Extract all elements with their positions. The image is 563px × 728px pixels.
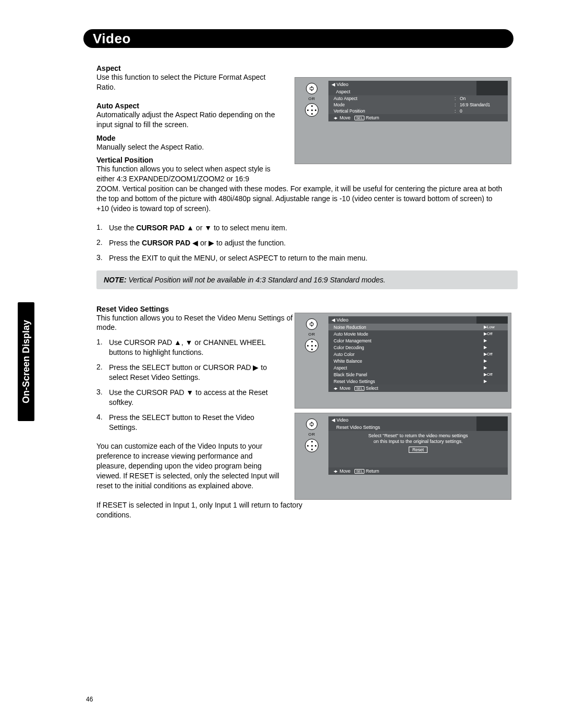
osd-subtitle: Aspect [328, 88, 508, 95]
osd-menu-item: Aspect▶ [328, 364, 508, 371]
channel-wheel-icon [306, 83, 317, 94]
osd-figure-video-menu: OR ◀ Video Noise Reduction▶LowAuto Movie… [295, 313, 511, 409]
or-label: OR [309, 332, 315, 337]
osd-footer: ◂▸ Move SEL Return [328, 114, 508, 121]
reset-step-3: 3. Use the CURSOR PAD ▼ to access at the… [96, 388, 282, 408]
osd-title: ◀ Video [328, 316, 508, 324]
svg-rect-1 [310, 323, 313, 325]
osd-panel: ◀ Video Noise Reduction▶LowAuto Movie Mo… [328, 316, 508, 392]
osd-menu-item: Reset Video Settings▶ [328, 378, 508, 385]
svg-rect-0 [310, 88, 313, 90]
reset-step-2: 2. Press the SELECT button or CURSOR PAD… [96, 363, 282, 382]
step-3: 3. Press the EXIT to quit the MENU, or s… [96, 253, 503, 263]
text-vpos-1: This function allows you to select when … [96, 164, 282, 184]
osd-reset-button: Reset [409, 447, 427, 453]
osd-figure-aspect: OR ◀ Video Aspect Auto Aspect:On Mode:16… [295, 77, 511, 164]
arrow-right-icon: ▶ [484, 359, 487, 363]
text-vpos-2: ZOOM. Vertical position can be changed w… [96, 184, 503, 214]
osd-figure-reset: OR ◀ Video Reset Video Settings Select "… [295, 413, 511, 500]
osd-panel: ◀ Video Reset Video Settings Select "Res… [328, 416, 508, 475]
remote-controls: OR [299, 83, 324, 117]
arrow-right-icon: ▶ [484, 345, 487, 350]
reset-step-4: 4. Press the SELECT button to Reset the … [96, 413, 282, 433]
osd-title: ◀ Video [328, 416, 508, 424]
heading-aspect: Aspect [96, 64, 503, 72]
osd-menu-item: Color Decoding▶ [328, 344, 508, 351]
osd-menu-item: Black Side Panel▶Off [328, 371, 508, 378]
or-label: OR [309, 432, 315, 437]
osd-menu-item: Auto Movie Mode▶Off [328, 330, 508, 337]
cursor-pad-icon [305, 339, 319, 352]
page-number: 46 [86, 696, 93, 703]
remote-controls: OR [299, 418, 324, 452]
text-auto-aspect: Automatically adjust the Aspect Ratio de… [96, 110, 282, 130]
or-label: OR [309, 96, 315, 101]
osd-reset-text: Select "Reset" to return the video menu … [328, 431, 508, 456]
section-header-pill: Video [83, 29, 513, 48]
arrow-right-icon: ▶ [484, 379, 487, 384]
arrow-right-icon: ▶ [484, 365, 487, 370]
steps-aspect: 1. Use the CURSOR PAD ▲ or ▼ to to selec… [96, 223, 503, 263]
arrow-right-icon: ▶ [484, 338, 487, 343]
osd-menu-items: Noise Reduction▶LowAuto Movie Mode▶OffCo… [328, 324, 508, 385]
svg-rect-2 [310, 423, 313, 425]
text-input1: If RESET is selected in Input 1, only In… [96, 500, 305, 520]
text-mode: Manually select the Aspect Ratio. [96, 142, 282, 152]
cursor-pad-icon [305, 439, 319, 452]
osd-footer: ◂▸ Move SEL Select [328, 385, 508, 392]
channel-wheel-icon [306, 318, 317, 330]
osd-panel: ◀ Video Aspect Auto Aspect:On Mode:16:9 … [328, 81, 508, 121]
heading-reset: Reset Video Settings [96, 305, 503, 313]
text-customize: You can customize each of the Video Inpu… [96, 441, 282, 490]
osd-menu-item: Color Management▶ [328, 337, 508, 344]
remote-controls: OR [299, 318, 324, 352]
osd-menu-item: Noise Reduction▶Low [328, 324, 508, 330]
section-title: Video [83, 31, 131, 47]
step-2: 2. Press the CURSOR PAD ◀ or ▶ to adjust… [96, 238, 503, 248]
note-bar: NOTE: Vertical Position will not be avai… [96, 270, 518, 289]
text-aspect: Use this function to select the Picture … [96, 72, 282, 92]
manual-page: Video On-Screen Display Aspect Use this … [0, 0, 563, 728]
osd-title: ◀ Video [328, 81, 508, 88]
cursor-pad-icon [305, 103, 319, 117]
osd-subtitle: Reset Video Settings [328, 424, 508, 431]
osd-menu-item: Auto Color▶Off [328, 351, 508, 357]
osd-row: Mode:16:9 Standard1 [328, 102, 508, 108]
steps-reset: 1. Use CURSOR PAD ▲, ▼ or CHANNEL WHEEL … [96, 338, 282, 432]
osd-footer: ◂▸ Move SEL Return [328, 467, 508, 475]
reset-step-1: 1. Use CURSOR PAD ▲, ▼ or CHANNEL WHEEL … [96, 338, 282, 357]
osd-row: Auto Aspect:On [328, 95, 508, 102]
step-1: 1. Use the CURSOR PAD ▲ or ▼ to to selec… [96, 223, 503, 233]
osd-menu-item: White Balance▶ [328, 357, 508, 364]
osd-row: Vertical Position:0 [328, 108, 508, 114]
side-tab: On-Screen Display [18, 302, 34, 421]
channel-wheel-icon [306, 418, 317, 430]
